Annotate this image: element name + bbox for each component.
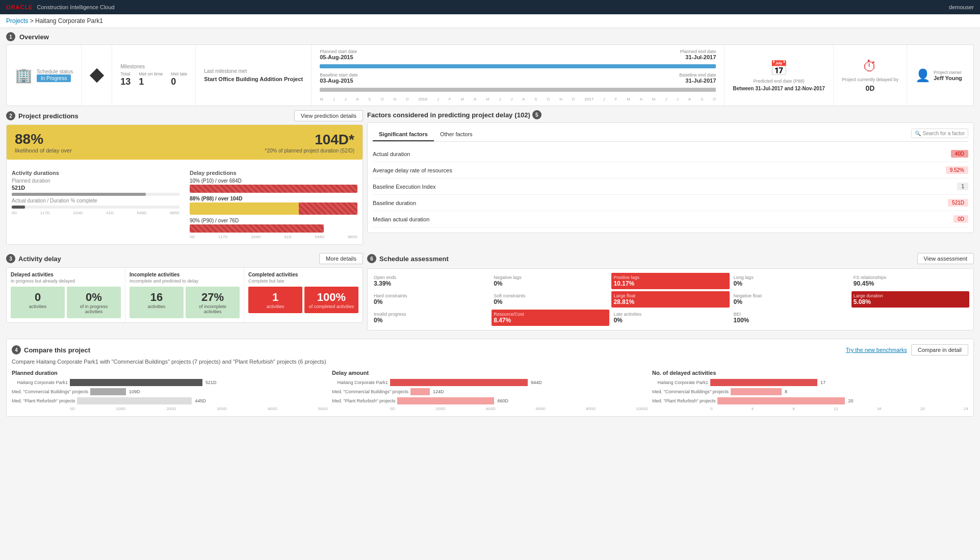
bar-fill-2-2 xyxy=(717,397,845,404)
compare-title: Compare this project xyxy=(24,346,90,354)
factors-card: Significant factors Other factors 🔍 Sear… xyxy=(367,122,974,233)
bar-chart-0: Haitang Corporate Park1 521D Med. "Comme… xyxy=(12,379,328,411)
predicted-end-block: 📅 Predicted end date (P88) Between 31-Ju… xyxy=(725,45,834,106)
compare-chart-planned-duration: Planned duration Haitang Corporate Park1… xyxy=(12,370,328,411)
view-assessment-btn[interactable]: View assessment xyxy=(917,253,974,264)
predictions-section: 2 Project predictions View prediction de… xyxy=(6,110,363,249)
factors-title: Factors considered in predicting project… xyxy=(367,111,512,119)
factor-search-box[interactable]: 🔍 Search for a factor xyxy=(911,129,968,138)
completed-activities-sub: Complete but late xyxy=(248,278,358,284)
view-prediction-details-btn[interactable]: View prediction details xyxy=(294,110,363,121)
cell-label-5: Hard constraints xyxy=(374,293,487,298)
baseline-start-label: Baseline start date xyxy=(320,72,358,78)
more-details-btn[interactable]: More details xyxy=(319,253,363,264)
prediction-main-highlight: 88% likelihood of delay over 104D* *20% … xyxy=(7,125,363,160)
factor-name-3: Baseline duration xyxy=(373,200,416,206)
tab-other-factors[interactable]: Other factors xyxy=(434,128,479,141)
bar-value-2-1: 8 xyxy=(785,389,787,394)
cell-label-6: Soft constraints xyxy=(494,293,607,298)
bar-label-2-2: Med. "Plant Refurbish" projects xyxy=(652,398,715,403)
cell-value-5: 0% xyxy=(374,298,487,306)
milestones-total-label: Total xyxy=(120,71,131,77)
cell-value-11: 8.47% xyxy=(494,317,607,324)
bar-fill-2-1 xyxy=(731,388,782,395)
section-num-compare: 4 xyxy=(12,345,21,354)
cell-value-4: 90.45% xyxy=(854,280,967,287)
schedule-grid: Open ends 3.39% Negative lags 0% Positiv… xyxy=(372,273,969,326)
bar-row-2-2: Med. "Plant Refurbish" projects 20 xyxy=(652,397,968,404)
schedule-status-block: 🏢 Schedule status In Progress xyxy=(7,45,82,106)
cell-value-8: 0% xyxy=(734,298,847,306)
bar-label-1-0: Haitang Corporate Park1 xyxy=(332,380,388,385)
tab-significant-factors[interactable]: Significant factors xyxy=(373,128,434,141)
cell-label-10: Invalid progress xyxy=(374,312,487,317)
completed-activities-label: activities xyxy=(252,304,298,309)
cell-value-10: 0% xyxy=(374,317,487,324)
delay-bar-10 xyxy=(190,185,357,193)
search-icon: 🔍 xyxy=(915,131,921,136)
bar-row-2-0: Haitang Corporate Park1 17 xyxy=(652,379,968,386)
baseline-end-label: Baseline end date xyxy=(679,72,716,78)
delayed-activities-label: activities xyxy=(15,304,61,309)
prediction-days: 104D* xyxy=(265,132,354,148)
delay-axis: 0D117D234D41D548D685D xyxy=(190,235,357,239)
breadcrumb-parent[interactable]: Projects xyxy=(6,17,28,24)
user-menu[interactable]: demouser xyxy=(949,4,974,10)
cell-empty xyxy=(852,310,969,326)
bar-label-0-2: Med. "Plant Refurbish" projects xyxy=(12,398,75,403)
cell-label-3: Long lags xyxy=(734,275,847,280)
compare-in-detail-btn[interactable]: Compare in detail xyxy=(911,344,968,355)
project-owner-block: 👤 Project owner Jeff Young xyxy=(907,45,973,106)
activity-delay-title: Activity delay xyxy=(18,255,61,263)
bar-value-1-2: 660D xyxy=(497,398,508,403)
section-num-predictions: 2 xyxy=(6,111,15,120)
planned-start-value: 05-Aug-2015 xyxy=(320,54,357,60)
completed-activities-block: Completed activities Complete but late 1… xyxy=(244,268,363,322)
bar-fill-0-2 xyxy=(77,397,192,404)
prediction-likelihood-label: likelihood of delay over xyxy=(15,147,72,154)
milestone-icon-block xyxy=(82,45,112,106)
factors-tabs: Significant factors Other factors 🔍 Sear… xyxy=(373,128,968,142)
cell-positive-lags: Positive lags 10.17% xyxy=(611,273,729,289)
completed-count: 1 xyxy=(252,291,298,304)
planned-duration-value: 521D xyxy=(12,185,179,191)
cell-late-activities: Late activities 0% xyxy=(611,310,729,326)
timeline-block: Planned start date 05-Aug-2015 Planned e… xyxy=(312,45,725,106)
planned-timeline-bar xyxy=(320,64,716,68)
compare-chart-delay-amount: Delay amount Haitang Corporate Park1 944… xyxy=(332,370,648,411)
planned-duration-bar-container xyxy=(12,193,179,196)
cell-large-duration: Large duration 5.08% xyxy=(852,291,969,308)
oracle-logo: ORACLE xyxy=(6,4,33,10)
baseline-timeline-bar xyxy=(320,88,716,92)
cell-bei: BEI 100% xyxy=(732,310,849,326)
cell-resource-cost: Resource/Cost 8.47% xyxy=(492,310,609,326)
header-left: ORACLE Construction Intelligence Cloud xyxy=(6,4,115,10)
cell-label-11: Resource/Cost xyxy=(494,312,607,317)
delayed-by-value: 0D xyxy=(866,84,875,92)
bar-value-1-1: 124D xyxy=(433,389,444,394)
bar-row-1-2: Med. "Plant Refurbish" projects 660D xyxy=(332,397,648,404)
section-num-overview: 1 xyxy=(6,32,15,41)
bar-fill-0-0 xyxy=(70,379,202,386)
predictions-title: Project predictions xyxy=(18,112,79,120)
factor-badge-0: 40D xyxy=(951,150,968,158)
incomplete-activities-label: activities xyxy=(134,304,179,309)
delay-cards-container: Delayed activities In progress but alrea… xyxy=(7,268,363,322)
incomplete-activities-sub: Incomplete and predicted to delay xyxy=(130,278,240,284)
cell-hard-constraints: Hard constraints 0% xyxy=(372,291,489,308)
incomplete-activities-block: Incomplete activities Incomplete and pre… xyxy=(125,268,244,322)
chart-title-0: Planned duration xyxy=(12,370,328,376)
incomplete-pct-label: of incomplete activities xyxy=(190,304,236,314)
bar-value-2-0: 17 xyxy=(820,380,826,385)
bar-value-0-0: 521D xyxy=(205,380,217,385)
factor-name-4: Median actual duration xyxy=(373,216,429,222)
planned-duration-label: Planned duration xyxy=(12,178,179,184)
breadcrumb-separator: > xyxy=(30,17,34,24)
try-new-benchmarks-btn[interactable]: Try the new benchmarks xyxy=(846,347,907,353)
schedule-assessment-title: Schedule assessment xyxy=(379,255,449,263)
bar-label-2-1: Med. "Commercial Buildings" projects xyxy=(652,389,729,394)
delayed-count: 0 xyxy=(15,291,61,304)
delayed-activities-title: Delayed activities xyxy=(11,272,121,277)
predicted-end-label: Predicted end date (P88) xyxy=(754,79,805,84)
delay-bar-88 xyxy=(190,202,357,215)
